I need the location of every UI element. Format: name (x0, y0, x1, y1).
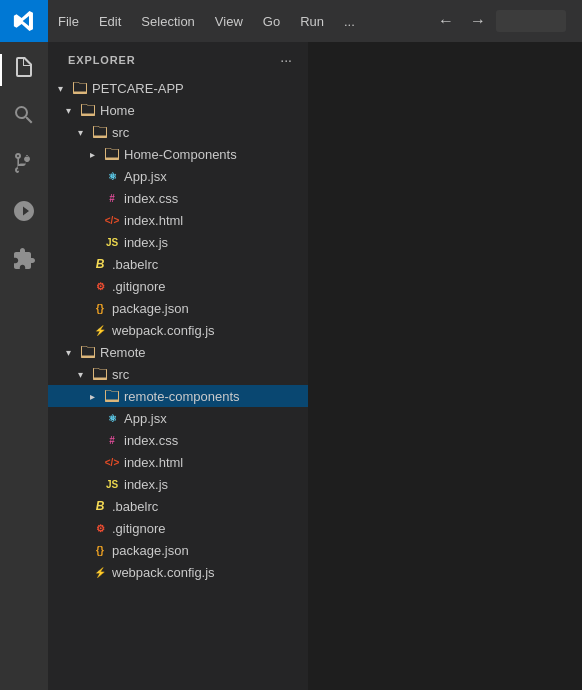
tree-item-label: Remote (100, 345, 146, 360)
sidebar-title: EXPLORER (68, 54, 136, 66)
tree-item-index-html-remote[interactable]: </>index.html (48, 451, 308, 473)
tree-item-index-css-home[interactable]: #index.css (48, 187, 308, 209)
tree-item-label: src (112, 367, 129, 382)
chevron-icon (84, 146, 100, 162)
titlebar: File Edit Selection View Go Run ... ← → (0, 0, 582, 42)
tree-item-label: package.json (112, 543, 189, 558)
sidebar: EXPLORER ··· PETCARE-APPHomesrcHome-Comp… (48, 42, 308, 690)
tree-item-gitignore-home[interactable]: ⚙.gitignore (48, 275, 308, 297)
file-icon (72, 80, 88, 96)
tree-item-gitignore-remote[interactable]: ⚙.gitignore (48, 517, 308, 539)
file-icon: ⚙ (92, 520, 108, 536)
chevron-icon (72, 366, 88, 382)
activity-search[interactable] (0, 94, 48, 142)
chevron-icon (52, 80, 68, 96)
file-icon: # (104, 432, 120, 448)
file-icon: {} (92, 300, 108, 316)
tree-item-index-js-home[interactable]: JSindex.js (48, 231, 308, 253)
file-icon (92, 124, 108, 140)
menu-run[interactable]: Run (290, 0, 334, 42)
tree-item-index-html-home[interactable]: </>index.html (48, 209, 308, 231)
file-icon: ⚛ (104, 168, 120, 184)
file-icon (92, 366, 108, 382)
tree-item-label: src (112, 125, 129, 140)
activity-bar (0, 42, 48, 690)
tree-item-home-components[interactable]: Home-Components (48, 143, 308, 165)
titlebar-menu: File Edit Selection View Go Run ... (48, 0, 432, 42)
vscode-logo (0, 0, 48, 42)
tree-item-app-jsx-home[interactable]: ⚛App.jsx (48, 165, 308, 187)
tree-item-webpack-remote[interactable]: ⚡webpack.config.js (48, 561, 308, 583)
search-icon (12, 103, 36, 133)
tree-item-index-js-remote[interactable]: JSindex.js (48, 473, 308, 495)
tree-item-package-json-remote[interactable]: {}package.json (48, 539, 308, 561)
tree-item-petcare-app[interactable]: PETCARE-APP (48, 77, 308, 99)
sidebar-more-button[interactable]: ··· (276, 50, 296, 70)
tree-item-src-home[interactable]: src (48, 121, 308, 143)
tree-item-label: webpack.config.js (112, 323, 215, 338)
tree-item-remote[interactable]: Remote (48, 341, 308, 363)
titlebar-search-box[interactable] (496, 10, 566, 32)
tree-item-remote-components[interactable]: remote-components (48, 385, 308, 407)
tree-item-label: index.html (124, 213, 183, 228)
file-icon: B (92, 498, 108, 514)
chevron-icon (72, 124, 88, 140)
menu-selection[interactable]: Selection (131, 0, 204, 42)
tree-item-label: index.js (124, 235, 168, 250)
chevron-icon (84, 388, 100, 404)
tree-item-label: Home-Components (124, 147, 237, 162)
file-tree: PETCARE-APPHomesrcHome-Components⚛App.js… (48, 77, 308, 690)
file-icon: ⚡ (92, 564, 108, 580)
file-icon: </> (104, 212, 120, 228)
files-icon (12, 55, 36, 85)
chevron-icon (60, 344, 76, 360)
tree-item-babelrc-remote[interactable]: B.babelrc (48, 495, 308, 517)
nav-back-button[interactable]: ← (432, 7, 460, 35)
tree-item-label: App.jsx (124, 169, 167, 184)
activity-run[interactable] (0, 190, 48, 238)
tree-item-label: index.css (124, 433, 178, 448)
tree-item-label: .gitignore (112, 279, 165, 294)
tree-item-label: Home (100, 103, 135, 118)
file-icon (104, 388, 120, 404)
tree-item-package-json-home[interactable]: {}package.json (48, 297, 308, 319)
tree-item-src-remote[interactable]: src (48, 363, 308, 385)
file-icon (80, 102, 96, 118)
file-icon (80, 344, 96, 360)
file-icon: {} (92, 542, 108, 558)
menu-go[interactable]: Go (253, 0, 290, 42)
file-icon: JS (104, 234, 120, 250)
tree-item-label: webpack.config.js (112, 565, 215, 580)
tree-item-label: package.json (112, 301, 189, 316)
file-icon: ⚡ (92, 322, 108, 338)
tree-item-webpack-home[interactable]: ⚡webpack.config.js (48, 319, 308, 341)
main-layout: EXPLORER ··· PETCARE-APPHomesrcHome-Comp… (0, 42, 582, 690)
menu-view[interactable]: View (205, 0, 253, 42)
menu-edit[interactable]: Edit (89, 0, 131, 42)
menu-more[interactable]: ... (334, 0, 365, 42)
tree-item-label: PETCARE-APP (92, 81, 184, 96)
file-icon: JS (104, 476, 120, 492)
titlebar-nav: ← → (432, 7, 582, 35)
tree-item-index-css-remote[interactable]: #index.css (48, 429, 308, 451)
tree-item-app-jsx-remote[interactable]: ⚛App.jsx (48, 407, 308, 429)
file-icon: </> (104, 454, 120, 470)
file-icon: B (92, 256, 108, 272)
file-icon (104, 146, 120, 162)
file-icon: ⚛ (104, 410, 120, 426)
file-icon: ⚙ (92, 278, 108, 294)
menu-file[interactable]: File (48, 0, 89, 42)
activity-source-control[interactable] (0, 142, 48, 190)
source-control-icon (12, 151, 36, 181)
sidebar-header: EXPLORER ··· (48, 42, 308, 77)
tree-item-label: .gitignore (112, 521, 165, 536)
tree-item-home[interactable]: Home (48, 99, 308, 121)
tree-item-label: index.js (124, 477, 168, 492)
activity-explorer[interactable] (0, 46, 48, 94)
run-icon (12, 199, 36, 229)
tree-item-label: App.jsx (124, 411, 167, 426)
activity-extensions[interactable] (0, 238, 48, 286)
tree-item-babelrc-home[interactable]: B.babelrc (48, 253, 308, 275)
chevron-icon (60, 102, 76, 118)
nav-forward-button[interactable]: → (464, 7, 492, 35)
